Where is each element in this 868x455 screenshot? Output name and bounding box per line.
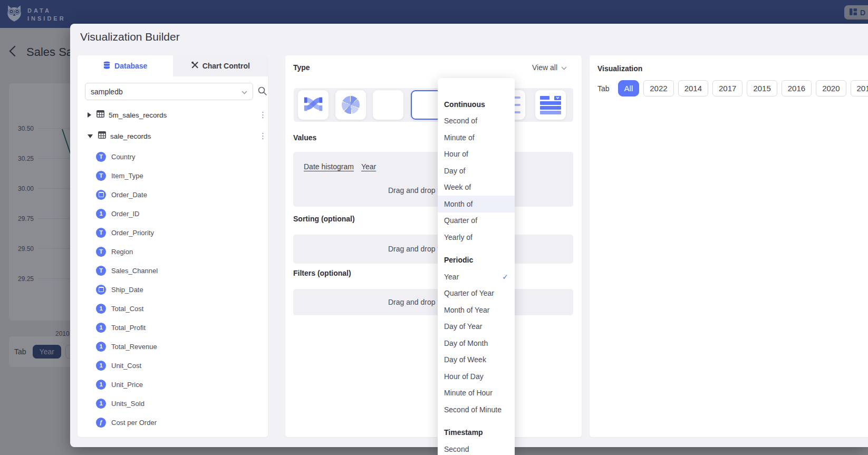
date-granularity-pill[interactable]: Year [361, 162, 376, 171]
field-type-icon: 1 [96, 380, 106, 390]
owl-logo-icon [5, 4, 23, 25]
visualization-heading: Visualization [597, 64, 642, 73]
field-row[interactable]: 1 Total_Cost [78, 299, 268, 318]
database-select[interactable] [85, 83, 253, 100]
field-type-icon [96, 285, 106, 295]
sankey-icon [302, 93, 324, 117]
field-row[interactable]: T Item_Type [78, 166, 268, 185]
visualization-builder-modal: Visualization Builder Database [70, 24, 868, 447]
time-granularity-dropdown: Continuous ✓ Second of ✓ Minute of ✓ Hou… [438, 78, 515, 455]
filters-heading: Filters (optional) [293, 269, 351, 277]
dropdown-option[interactable]: Day of ✓ [438, 162, 515, 179]
field-type-icon: 1 [96, 342, 106, 352]
field-row[interactable]: 1 Unit_Price [78, 375, 268, 394]
dropdown-option-label: Day of [444, 167, 465, 175]
dropdown-option[interactable]: Minute of Hour ✓ [438, 385, 515, 402]
dropdown-option-label: Quarter of [444, 216, 477, 225]
dropdown-option[interactable]: Timestamp ✓ [438, 424, 515, 441]
field-name: Ship_Date [111, 286, 143, 294]
field-row[interactable]: T Country [78, 147, 268, 166]
field-row[interactable]: T Region [78, 242, 268, 261]
kebab-menu-icon[interactable]: ⋮ [259, 110, 266, 120]
table-row-sale-records[interactable]: sale_records ⋮ [78, 127, 268, 146]
field-row[interactable]: 1 Total_Revenue [78, 337, 268, 356]
table-icon [98, 131, 106, 141]
dropdown-option[interactable]: Quarter of ✓ [438, 212, 515, 229]
dropdown-option[interactable]: Periodic ✓ [438, 252, 515, 269]
tab-chart-control[interactable]: Chart Control [173, 55, 268, 76]
dropdown-option[interactable]: Quarter of Year ✓ [438, 285, 515, 302]
dropdown-option-label: Second [444, 445, 469, 453]
year-tab[interactable]: 2017 [712, 80, 742, 96]
year-tab[interactable]: All [618, 80, 640, 96]
dropdown-option[interactable]: Second of Minute ✓ [438, 401, 515, 418]
dropdown-option[interactable]: Week of ✓ [438, 179, 515, 196]
table-row-5m-sales-records[interactable]: 5m_sales_records ⋮ [78, 105, 268, 124]
year-tab[interactable]: 2022 [643, 80, 673, 96]
field-type-icon: T [96, 247, 106, 257]
search-icon[interactable] [257, 86, 267, 98]
kebab-menu-icon[interactable]: ⋮ [259, 131, 266, 141]
year-tab[interactable]: 2016 [782, 80, 812, 96]
year-tab[interactable]: 2020 [816, 80, 846, 96]
dropdown-option-label: Quarter of Year [444, 289, 494, 297]
field-row[interactable]: 1 Total_Profit [78, 318, 268, 337]
field-row[interactable]: Order_Date [78, 185, 268, 204]
brand-line-2: INSIDER [27, 15, 66, 22]
field-row[interactable]: 1 Unit_Cost [78, 356, 268, 375]
dropdown-option-label: Timestamp [444, 428, 483, 437]
chart-type-table[interactable] [535, 90, 566, 120]
dropdown-option[interactable]: Month of Year ✓ [438, 302, 515, 318]
field-row[interactable]: T Sales_Channel [78, 261, 268, 280]
dashboard-button[interactable]: D [844, 5, 868, 20]
chevron-down-icon[interactable] [242, 87, 247, 96]
chart-type-sankey[interactable] [298, 90, 329, 120]
field-row[interactable]: Ship_Date [78, 280, 268, 299]
view-all-button[interactable]: View all [532, 63, 567, 72]
field-row[interactable]: 1 Order_ID [78, 204, 268, 223]
field-name: Item_Type [111, 172, 143, 180]
values-dropzone[interactable]: Date histogram Year Drag and drop fields… [293, 152, 573, 207]
year-tab[interactable]: 2014 [678, 80, 708, 96]
dropdown-option[interactable]: Minute of ✓ [438, 129, 515, 146]
chart-type-hidden[interactable] [373, 90, 403, 120]
dropdown-option[interactable]: Day of Year ✓ [438, 318, 515, 335]
filters-dropzone[interactable]: Drag and drop fields or click here [293, 289, 573, 315]
sorting-dropzone[interactable]: Drag and drop fields or click here [293, 235, 573, 264]
dropdown-option-label: Hour of [444, 150, 468, 158]
year-tabs: All 2022 2014 2017 2015 2016 2020 2011 2… [618, 80, 868, 96]
date-histogram-pill[interactable]: Date histogram [304, 162, 354, 171]
field-name: Order_Date [111, 191, 147, 199]
dropdown-option[interactable]: Yearly of ✓ [438, 229, 515, 246]
field-row[interactable]: 1 Units_Sold [78, 394, 268, 413]
database-select-input[interactable] [85, 88, 242, 96]
database-icon [103, 61, 111, 71]
dropdown-option-label: Continuous [444, 100, 485, 109]
dropdown-option[interactable]: Second of ✓ [438, 113, 515, 130]
chart-type-pie[interactable] [335, 90, 366, 120]
dropdown-option[interactable]: Hour of ✓ [438, 146, 515, 163]
field-type-icon: T [96, 152, 106, 162]
year-tab[interactable]: 2011 [851, 80, 868, 96]
database-panel: Database Chart Control [78, 55, 268, 437]
field-name: Unit_Price [111, 381, 143, 389]
tab-database[interactable]: Database [78, 55, 173, 76]
dropdown-option[interactable]: Day of Month ✓ [438, 335, 515, 352]
dropdown-option[interactable]: Hour of Day ✓ [438, 368, 515, 385]
dropdown-option[interactable]: Year ✓ [438, 268, 515, 285]
dropdown-option[interactable]: Month of ✓ [438, 196, 515, 212]
collapse-icon[interactable] [88, 134, 93, 138]
tools-icon [191, 61, 199, 71]
tab-row-label: Tab [597, 84, 610, 93]
tab-database-label: Database [114, 62, 147, 70]
expand-icon[interactable] [88, 112, 91, 118]
brand-logo[interactable]: DATA INSIDER [5, 4, 66, 25]
dropdown-option[interactable]: Second ✓ [438, 441, 515, 455]
field-row[interactable]: ƒ Cost per Order [78, 413, 268, 432]
chart-type-strip: ✓ [294, 88, 573, 122]
dropdown-option[interactable]: Day of Week ✓ [438, 352, 515, 369]
field-row[interactable]: T Order_Priority [78, 223, 268, 242]
dropdown-option-label: Day of Month [444, 339, 488, 347]
year-tab[interactable]: 2015 [747, 80, 777, 96]
dropdown-option[interactable]: Continuous ✓ [438, 96, 515, 113]
